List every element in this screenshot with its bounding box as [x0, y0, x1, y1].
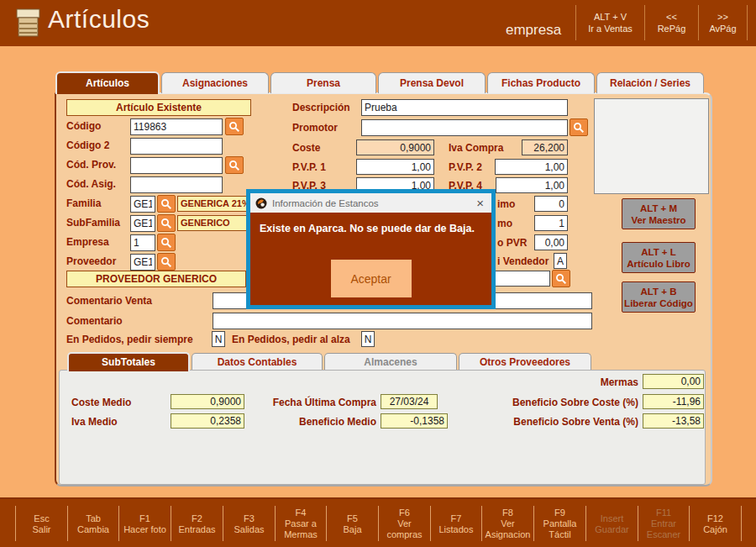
ver-maestro-button[interactable]: ALT + M Ver Maestro — [622, 198, 696, 229]
subtab-datos-contables[interactable]: Datos Contables — [192, 353, 323, 371]
cod-prov-search-button[interactable] — [225, 156, 244, 174]
fkey-f11-entrar-escaner[interactable]: F11Entrar Escaner — [638, 499, 689, 547]
tab-fichas-producto[interactable]: Fichas Producto — [487, 72, 595, 93]
articulos-app: Artículos empresa ALT + V Ir a Ventas <<… — [0, 0, 756, 547]
pvr-input[interactable] — [534, 234, 568, 250]
iva-compra-input[interactable] — [522, 139, 568, 155]
header-divider — [747, 5, 748, 40]
subtab-subtotales[interactable]: SubTotales — [67, 352, 190, 371]
pvp4-input[interactable] — [496, 177, 568, 193]
pvp1-input[interactable] — [356, 159, 434, 175]
proveedor-code-input[interactable] — [130, 254, 155, 271]
go-to-sales-button[interactable]: ALT + V Ir a Ventas — [577, 11, 643, 34]
empresa-search-button[interactable] — [157, 234, 176, 251]
beneficio-sobre-venta-value: -13,58 — [643, 413, 704, 429]
fkey-f8-ver-asignacion[interactable]: F8Ver Asignacion — [482, 499, 533, 547]
search-icon — [160, 218, 172, 229]
obscured-search-button[interactable] — [552, 270, 570, 287]
promotor-input[interactable] — [361, 119, 568, 136]
fkey-label: Guardar — [586, 524, 638, 535]
obscured-input[interactable] — [495, 271, 550, 287]
fkey-f1-hacer-foto[interactable]: F1Hacer foto — [119, 499, 171, 547]
fkey-key: F9 — [534, 508, 585, 518]
fkey-key: F8 — [482, 508, 533, 518]
coste-medio-value: 0,9000 — [171, 394, 244, 409]
empresa-code-input[interactable] — [130, 234, 155, 251]
subfamilia-code-input[interactable] — [130, 215, 155, 232]
info-dialog: Información de Estancos × Existe en Apar… — [246, 189, 496, 309]
search-icon — [160, 256, 172, 268]
liberar-codigo-button[interactable]: ALT + B Liberar Código — [622, 281, 696, 313]
fkey-key: F6 — [379, 508, 430, 518]
subfamilia-label: SubFamilia — [66, 217, 120, 229]
familia-search-button[interactable] — [157, 195, 176, 213]
proveedor-search-button[interactable] — [157, 253, 176, 271]
fkey-key: F3 — [223, 513, 275, 524]
tab-prensa[interactable]: Prensa — [270, 72, 376, 93]
fkey-f2-entradas[interactable]: F2Entradas — [171, 499, 223, 547]
descripcion-input[interactable] — [361, 99, 568, 116]
dialog-titlebar[interactable]: Información de Estancos × — [250, 193, 491, 213]
page-up-button[interactable]: << RePág — [646, 11, 697, 34]
fkey-insert-guardar[interactable]: InsertGuardar — [586, 499, 638, 547]
subtab-almacenes[interactable]: Almacenes — [324, 353, 457, 371]
coste-input[interactable] — [356, 139, 434, 155]
tab-asignaciones[interactable]: Asignaciones — [161, 72, 269, 93]
codigo-search-button[interactable] — [225, 118, 244, 135]
subtab-otros-proveedores[interactable]: Otros Proveedores — [459, 353, 591, 371]
fkey-label: Salidas — [223, 524, 275, 535]
search-icon — [573, 122, 585, 134]
codigo2-input[interactable] — [130, 138, 223, 155]
fkey-key: F7 — [431, 513, 481, 524]
vendedor-flag[interactable] — [554, 253, 567, 269]
beneficio-medio-value: -0,1358 — [381, 413, 448, 429]
function-key-bar: EscSalir TabCambia F1Hacer foto F2Entrad… — [0, 497, 756, 547]
fkey-label: Entrar Escaner — [638, 518, 689, 540]
pedidos-alza-flag[interactable] — [361, 331, 375, 347]
subfamilia-search-button[interactable] — [157, 214, 176, 232]
comentario-input[interactable] — [213, 313, 592, 329]
codigo-input[interactable] — [130, 118, 223, 135]
iva-compra-label: Iva Compra — [449, 142, 503, 154]
fkey-key: Insert — [586, 513, 638, 524]
fkey-esc-salir[interactable]: EscSalir — [16, 499, 67, 547]
fecha-ultima-compra-value: 27/03/24 — [381, 394, 438, 409]
article-image-placeholder — [594, 98, 709, 194]
cod-prov-input[interactable] — [130, 157, 223, 174]
fkey-f7-listados[interactable]: F7Listados — [431, 499, 481, 547]
dialog-app-icon — [255, 197, 267, 209]
fkey-f3-salidas[interactable]: F3Salidas — [223, 499, 275, 547]
fkey-key: F4 — [276, 508, 326, 518]
shortcut-key-text: ALT + B — [622, 286, 695, 297]
articulo-libro-button[interactable]: ALT + L Artículo Libro — [622, 242, 696, 273]
fkey-f9-pantalla-tactil[interactable]: F9Pantalla Táctil — [534, 499, 585, 547]
pedidos-siempre-flag[interactable] — [212, 331, 225, 347]
minimo-label-fragment: imo — [497, 198, 515, 210]
tab-relacion-series[interactable]: Relación / Series — [596, 72, 704, 93]
beneficio-medio-label: Beneficio Medio — [252, 416, 376, 428]
fkey-f5-baja[interactable]: F5Baja — [327, 499, 378, 547]
fkey-f4-pasar-a-mermas[interactable]: F4Pasar a Mermas — [276, 499, 326, 547]
fkey-f6-ver-compras[interactable]: F6Ver compras — [379, 499, 430, 547]
fkey-tab-cambia[interactable]: TabCambia — [68, 499, 118, 547]
promotor-search-button[interactable] — [570, 118, 588, 136]
pvr-label-fragment: o PVR — [497, 237, 527, 249]
pvp2-input[interactable] — [495, 159, 568, 175]
tab-articulos[interactable]: Artículos — [55, 71, 160, 94]
tab-prensa-devol[interactable]: Prensa Devol — [378, 72, 486, 93]
comentario-label: Comentario — [66, 315, 123, 327]
proveedor-generico-banner: PROVEEDOR GENERICO — [66, 271, 246, 287]
fkey-key: F2 — [171, 513, 223, 524]
fkey-f12-cajon[interactable]: F12Cajón — [690, 499, 741, 547]
minimo-input[interactable] — [534, 196, 568, 212]
aceptar-button[interactable]: Aceptar — [331, 260, 412, 297]
page-down-button[interactable]: >> AvPág — [700, 11, 746, 34]
familia-label: Familia — [66, 197, 101, 209]
fkey-label: Salir — [16, 524, 67, 535]
familia-code-input[interactable] — [130, 196, 155, 213]
header-bar: Artículos empresa ALT + V Ir a Ventas <<… — [0, 0, 756, 46]
maximo-input[interactable] — [534, 215, 568, 231]
close-icon[interactable]: × — [474, 196, 486, 210]
shortcut-key-text: << — [646, 11, 697, 23]
cod-asig-input[interactable] — [130, 176, 223, 193]
